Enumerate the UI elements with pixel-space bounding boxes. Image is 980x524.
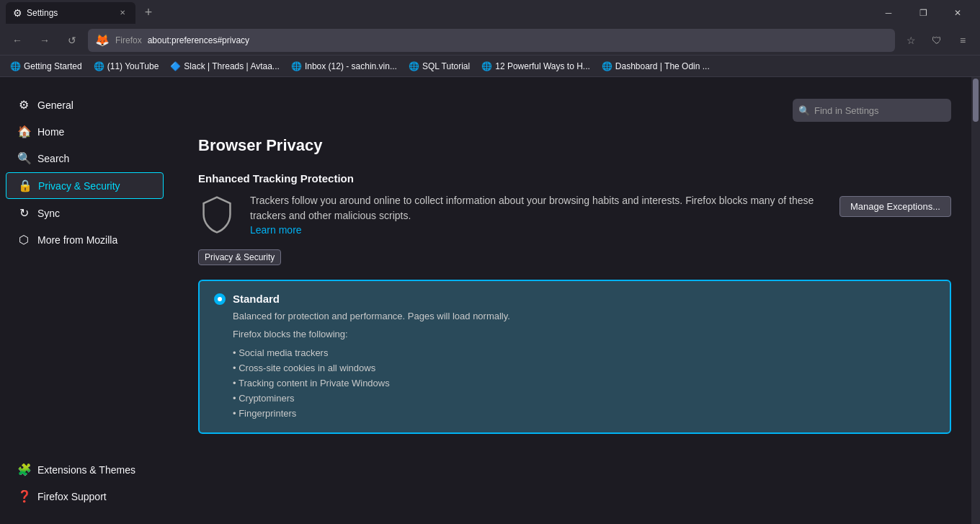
shield-button[interactable]: 🛡	[925, 29, 948, 52]
sidebar-item-extensions[interactable]: 🧩 Extensions & Themes	[6, 457, 164, 482]
bookmark-label-3: Inbox (12) - sachin.vin...	[305, 61, 397, 71]
address-path: about:preferences#privacy	[148, 35, 249, 45]
bookmark-label-6: Dashboard | The Odin ...	[615, 61, 710, 71]
find-in-settings-input[interactable]	[793, 99, 951, 122]
settings-header: 🔍	[198, 99, 951, 122]
manage-exceptions-button[interactable]: Manage Exceptions...	[839, 196, 951, 217]
bookmark-label-4: SQL Tutorial	[422, 61, 470, 71]
standard-blocks-list: Social media trackers Cross-site cookies…	[233, 345, 935, 421]
star-button[interactable]: ☆	[899, 29, 922, 52]
tab-title: Settings	[27, 8, 58, 18]
bookmark-item-3[interactable]: 🌐Inbox (12) - sachin.vin...	[287, 60, 401, 73]
bookmark-item-0[interactable]: 🌐Getting Started	[6, 60, 86, 73]
standard-radio-label: Standard	[214, 293, 935, 305]
forward-button[interactable]: →	[33, 29, 56, 52]
page-title: Browser Privacy	[198, 136, 951, 155]
sync-icon: ↻	[17, 206, 30, 220]
learn-more-link[interactable]: Learn more	[250, 224, 302, 236]
bookmark-item-6[interactable]: 🌐Dashboard | The Odin ...	[597, 60, 714, 73]
radio-inner	[218, 297, 222, 301]
bookmark-icon-1: 🌐	[94, 61, 104, 71]
tab-icon: ⚙	[13, 7, 22, 19]
list-item-cryptominers: Cryptominers	[233, 391, 935, 406]
sidebar-item-support[interactable]: ❓ Firefox Support	[6, 484, 164, 509]
sidebar-item-search[interactable]: 🔍 Search	[6, 146, 164, 171]
list-item-tracking-content: Tracking content in Private Windows	[233, 376, 935, 391]
close-button[interactable]: ✕	[941, 0, 974, 25]
sidebar-item-mozilla[interactable]: ⬡ More from Mozilla	[6, 227, 164, 252]
firefox-logo-icon: 🦊	[95, 33, 110, 47]
maximize-button[interactable]: ❐	[906, 0, 940, 25]
search-icon: 🔍	[17, 151, 30, 165]
list-item-social: Social media trackers	[233, 345, 935, 360]
bookmark-item-1[interactable]: 🌐(11) YouTube	[89, 60, 164, 73]
bookmark-icon-5: 🌐	[481, 61, 492, 71]
sidebar-spacer	[0, 253, 169, 456]
main-layout: ⚙ General 🏠 Home 🔍 Search 🔒 Privacy & Se…	[0, 77, 980, 524]
etp-row: Trackers follow you around online to col…	[198, 193, 951, 236]
extensions-icon: 🧩	[17, 463, 30, 476]
bookmark-label-1: (11) YouTube	[107, 61, 159, 71]
etp-text: Trackers follow you around online to col…	[250, 193, 825, 223]
tab-close-button[interactable]: ✕	[117, 7, 128, 19]
standard-description: Balanced for protection and performance.…	[233, 311, 935, 321]
sidebar: ⚙ General 🏠 Home 🔍 Search 🔒 Privacy & Se…	[0, 77, 169, 524]
sidebar-item-general-label: General	[37, 99, 74, 111]
list-item-fingerprinters: Fingerprinters	[233, 406, 935, 421]
sidebar-item-mozilla-label: More from Mozilla	[37, 234, 117, 246]
shield-icon	[198, 196, 236, 234]
sidebar-item-home[interactable]: 🏠 Home	[6, 119, 164, 144]
support-icon: ❓	[17, 489, 30, 503]
standard-radio-button[interactable]	[214, 293, 226, 305]
sidebar-wrapper: ⚙ General 🏠 Home 🔍 Search 🔒 Privacy & Se…	[0, 92, 169, 510]
bookmark-item-4[interactable]: 🌐SQL Tutorial	[404, 60, 474, 73]
new-tab-button[interactable]: +	[138, 3, 159, 23]
general-icon: ⚙	[17, 98, 30, 112]
sidebar-item-search-label: Search	[37, 153, 69, 164]
etp-description: Trackers follow you around online to col…	[250, 193, 825, 236]
sidebar-item-privacy-label: Privacy & Security	[38, 180, 120, 192]
reload-button[interactable]: ↺	[61, 29, 84, 52]
bookmark-item-2[interactable]: 🔷Slack | Threads | Avtaa...	[166, 60, 284, 73]
bookmark-icon-0: 🌐	[10, 61, 21, 71]
title-bar: ⚙ Settings ✕ + ─ ❐ ✕	[0, 0, 980, 25]
standard-list-intro: Firefox blocks the following:	[233, 329, 935, 339]
address-domain: Firefox	[115, 35, 142, 45]
scrollbar[interactable]	[971, 77, 980, 524]
address-bar[interactable]: 🦊 Firefox about:preferences#privacy	[88, 29, 895, 52]
bookmark-icon-4: 🌐	[409, 61, 419, 71]
scrollbar-thumb[interactable]	[973, 79, 979, 122]
list-item-cookies: Cross-site cookies in all windows	[233, 360, 935, 376]
settings-tab[interactable]: ⚙ Settings ✕	[6, 2, 135, 24]
standard-tracking-option[interactable]: Standard Balanced for protection and per…	[198, 280, 951, 434]
menu-button[interactable]: ≡	[951, 29, 974, 52]
sidebar-item-sync-label: Sync	[37, 208, 60, 219]
nav-bar: ← → ↺ 🦊 Firefox about:preferences#privac…	[0, 25, 980, 55]
sidebar-item-sync[interactable]: ↻ Sync	[6, 200, 164, 226]
sidebar-item-general[interactable]: ⚙ General	[6, 92, 164, 117]
bookmark-label-5: 12 Powerful Ways to H...	[495, 61, 590, 71]
window-controls: ─ ❐ ✕	[872, 0, 974, 25]
sidebar-item-home-label: Home	[37, 126, 64, 138]
tab-area: ⚙ Settings ✕ +	[6, 2, 869, 24]
etp-title: Enhanced Tracking Protection	[198, 172, 951, 185]
bookmark-icon-2: 🔷	[170, 61, 181, 71]
lock-icon: 🔒	[18, 179, 31, 192]
content-area: 🔍 Browser Privacy Enhanced Tracking Prot…	[169, 77, 980, 524]
standard-label: Standard	[233, 293, 280, 305]
nav-right-controls: ☆ 🛡 ≡	[899, 29, 974, 52]
bookmark-icon-6: 🌐	[602, 61, 612, 71]
sidebar-item-extensions-label: Extensions & Themes	[37, 464, 135, 476]
find-icon: 🔍	[798, 105, 810, 116]
back-button[interactable]: ←	[6, 29, 29, 52]
bookmark-label-2: Slack | Threads | Avtaa...	[184, 61, 280, 71]
bookmark-item-5[interactable]: 🌐12 Powerful Ways to H...	[477, 60, 594, 73]
mozilla-icon: ⬡	[17, 233, 30, 247]
bookmark-icon-3: 🌐	[291, 61, 302, 71]
sidebar-item-support-label: Firefox Support	[37, 491, 107, 502]
minimize-button[interactable]: ─	[872, 0, 905, 25]
sidebar-item-privacy-security[interactable]: 🔒 Privacy & Security	[6, 172, 164, 199]
privacy-security-tooltip: Privacy & Security	[198, 249, 281, 265]
bookmarks-bar: 🌐Getting Started🌐(11) YouTube🔷Slack | Th…	[0, 55, 980, 77]
bookmark-label-0: Getting Started	[24, 61, 82, 71]
